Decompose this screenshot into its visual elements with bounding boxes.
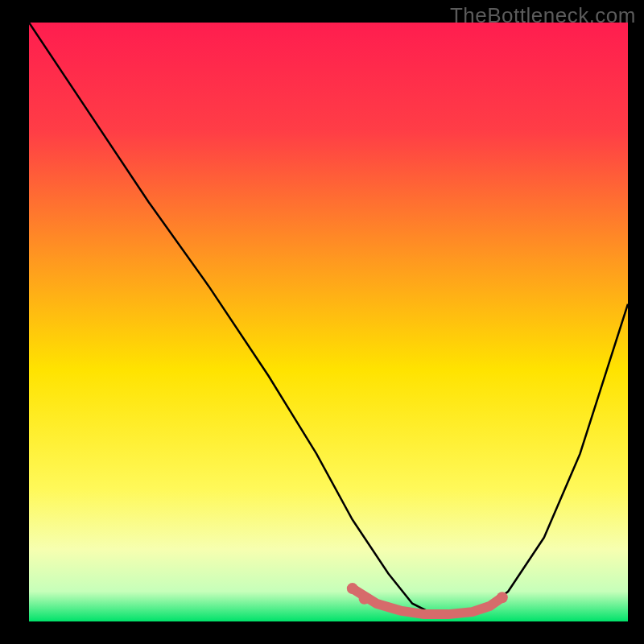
highlight-dot <box>359 593 370 605</box>
highlight-dot <box>347 583 358 594</box>
chart-frame: TheBottleneck.com <box>0 0 644 644</box>
watermark-text: TheBottleneck.com <box>450 3 636 28</box>
chart-svg <box>0 0 644 644</box>
highlight-dot <box>497 592 508 603</box>
plot-background <box>29 23 628 621</box>
